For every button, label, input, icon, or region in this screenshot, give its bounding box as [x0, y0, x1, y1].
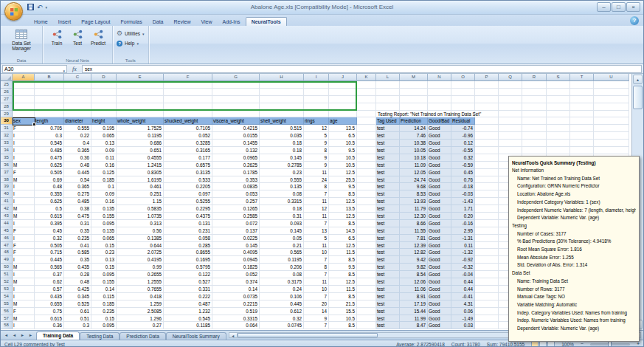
cell[interactable]: 0.122 — [164, 271, 212, 278]
cell[interactable]: 0.1185 — [164, 322, 212, 329]
cell[interactable]: 0.487 — [164, 300, 212, 308]
cell[interactable] — [357, 278, 376, 286]
cell[interactable]: 0.57 — [35, 286, 64, 293]
cell[interactable]: 0.525 — [64, 300, 91, 308]
predict-button[interactable]: Predict — [88, 27, 108, 57]
sheet-tab-testing-data[interactable]: Testing Data — [80, 332, 120, 340]
cell[interactable]: 8 — [304, 183, 329, 190]
cell[interactable]: 9 — [304, 162, 329, 169]
cell[interactable]: 0.206 — [260, 264, 304, 271]
cell[interactable]: 0.4375 — [164, 213, 212, 220]
cell[interactable]: 0.12 — [451, 140, 475, 147]
cell[interactable]: Good — [428, 293, 451, 300]
cell[interactable]: 0.565 — [260, 249, 304, 256]
cell[interactable] — [522, 125, 547, 132]
cell[interactable]: 1.2415 — [117, 162, 164, 169]
column-header-g[interactable]: G — [212, 74, 260, 81]
cell[interactable]: 0.35 — [64, 256, 91, 264]
cell[interactable]: M — [13, 176, 35, 184]
cell[interactable]: 0.48 — [64, 162, 91, 169]
cell[interactable]: test — [376, 308, 400, 315]
column-header-b[interactable]: B — [35, 74, 64, 81]
cell[interactable]: -0.41 — [451, 293, 475, 300]
cell[interactable] — [475, 235, 499, 242]
cell[interactable] — [570, 132, 594, 140]
cell[interactable]: Good — [428, 220, 451, 227]
cell[interactable]: 0.54 — [64, 176, 91, 184]
cell[interactable]: 0.275 — [64, 190, 91, 198]
cell[interactable]: 0.48 — [64, 278, 91, 286]
formula-input[interactable]: sex — [82, 65, 642, 73]
cell[interactable]: 0.285 — [164, 242, 212, 250]
cell[interactable]: 0.35 — [64, 227, 91, 235]
zoom-level[interactable]: 100% — [561, 342, 574, 347]
cell[interactable] — [475, 278, 499, 286]
cell[interactable] — [547, 132, 570, 140]
cell[interactable]: I — [13, 154, 35, 162]
cell[interactable]: 2.95 — [451, 227, 475, 235]
cell[interactable]: -1.43 — [451, 198, 475, 205]
cell[interactable]: 8.5 — [329, 190, 357, 198]
cell[interactable]: 0.505 — [35, 169, 64, 176]
cell[interactable]: 0.585 — [64, 249, 91, 256]
cell[interactable]: 0.435 — [35, 293, 64, 300]
cell[interactable]: 0.56 — [117, 227, 164, 235]
cell[interactable] — [475, 213, 499, 220]
cell[interactable]: 0.3285 — [164, 140, 212, 147]
cell[interactable]: 6.5 — [329, 132, 357, 140]
cell[interactable] — [357, 286, 376, 293]
cell[interactable]: 0.655 — [35, 300, 64, 308]
vertical-scrollbar-thumb[interactable] — [633, 86, 643, 109]
cell[interactable] — [570, 96, 594, 103]
cell[interactable]: M — [13, 300, 35, 308]
cell[interactable] — [570, 81, 594, 89]
cell[interactable] — [594, 96, 629, 103]
cell[interactable] — [475, 154, 499, 162]
cell[interactable]: test — [376, 132, 400, 140]
cell[interactable] — [357, 183, 376, 190]
cell[interactable] — [357, 162, 376, 169]
cell[interactable]: 0.14 — [91, 286, 117, 293]
cell[interactable]: 0.353 — [212, 176, 260, 184]
sheet-tab-prediction-data[interactable]: Prediction Data — [120, 332, 165, 340]
cell[interactable]: 0.155 — [91, 213, 117, 220]
cell[interactable]: 8.53 — [400, 190, 428, 198]
cell[interactable] — [91, 111, 117, 118]
cell[interactable] — [428, 89, 451, 96]
column-header-r[interactable]: R — [522, 74, 547, 81]
cell[interactable]: 7.46 — [400, 132, 428, 140]
cell[interactable]: 8.5 — [329, 271, 357, 278]
close-button[interactable]: × — [626, 2, 640, 12]
cell[interactable] — [475, 103, 499, 111]
cell[interactable] — [475, 198, 499, 205]
row-header[interactable]: 28 — [1, 103, 13, 111]
cell[interactable]: test — [376, 264, 400, 271]
cell[interactable]: 0.7655 — [117, 286, 164, 293]
cell[interactable]: 24.74 — [400, 176, 428, 184]
cell[interactable]: 0.095 — [91, 322, 117, 329]
cell[interactable] — [475, 271, 499, 278]
cell[interactable] — [522, 111, 547, 118]
cell[interactable]: 0.4215 — [212, 125, 260, 132]
cell[interactable]: 0.2585 — [212, 213, 260, 220]
cell[interactable]: 0.435 — [64, 264, 91, 271]
last-sheet-icon[interactable]: ► — [27, 331, 34, 340]
cell[interactable]: 8.47 — [400, 322, 428, 329]
save-button[interactable] — [27, 4, 34, 12]
cell[interactable]: 10.5 — [329, 162, 357, 169]
cell[interactable] — [522, 132, 547, 140]
cell[interactable] — [522, 147, 547, 154]
cell[interactable]: 13.93 — [400, 198, 428, 205]
cell[interactable]: 5 — [304, 235, 329, 242]
cell[interactable]: 0.155 — [91, 278, 117, 286]
column-header-l[interactable]: L — [376, 74, 400, 81]
cell[interactable] — [594, 81, 629, 89]
cell[interactable]: 2.0725 — [117, 249, 164, 256]
cell[interactable]: 8.5 — [329, 256, 357, 264]
cell[interactable]: 0.16 — [91, 162, 117, 169]
cell[interactable]: 0.135 — [91, 205, 117, 213]
cell[interactable]: 9.5 — [329, 183, 357, 190]
cell[interactable]: 0.686 — [117, 140, 164, 147]
cell[interactable]: 1.296 — [117, 315, 164, 323]
cell[interactable]: 0.3315 — [260, 198, 304, 205]
